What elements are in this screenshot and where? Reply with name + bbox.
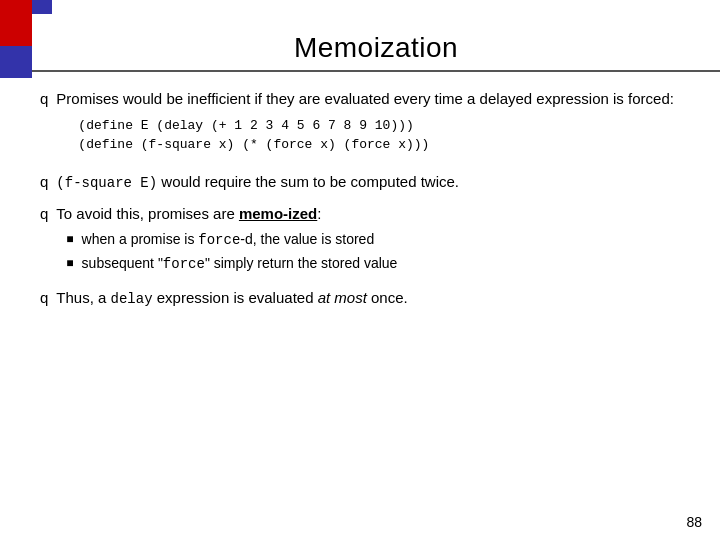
bullet-item-1: q Promises would be inefficient if they …: [40, 88, 696, 161]
top-bar-red: [0, 0, 32, 14]
memo-ized-text: memo-ized: [239, 205, 317, 222]
bullet-item-3: q To avoid this, promises are memo-ized:…: [40, 203, 696, 277]
sub-bullet-text-3-1: when a promise is force-d, the value is …: [82, 229, 375, 250]
page-number: 88: [686, 514, 702, 530]
bullet-icon-4: q: [40, 289, 48, 306]
bullet-text-1: Promises would be inefficient if they ar…: [56, 88, 696, 161]
code-block-1: (define E (delay (+ 1 2 3 4 5 6 7 8 9 10…: [78, 116, 696, 155]
inline-code-fsquare: (f-square E): [56, 175, 157, 191]
top-bar: [0, 0, 720, 14]
bullet-text-4: Thus, a delay expression is evaluated at…: [56, 287, 696, 309]
sub-bullet-3-1: ■ when a promise is force-d, the value i…: [66, 229, 696, 250]
sub-bullet-icon-3-2: ■: [66, 255, 73, 272]
inline-code-delay: delay: [111, 291, 153, 307]
sub-bullet-list-3: ■ when a promise is force-d, the value i…: [66, 229, 696, 275]
slide: Memoization q Promises would be ineffici…: [0, 0, 720, 540]
top-bar-blue: [32, 0, 52, 14]
inline-code-force-2: force: [163, 256, 205, 272]
bullet-item-2: q (f-square E) would require the sum to …: [40, 171, 696, 193]
sub-bullet-3-2: ■ subsequent "force" simply return the s…: [66, 253, 696, 274]
logo-area: [0, 14, 32, 78]
bullet-item-4: q Thus, a delay expression is evaluated …: [40, 287, 696, 309]
at-most-text: at most: [318, 289, 367, 306]
logo-square-blue: [0, 46, 32, 78]
bullet-icon-2: q: [40, 173, 48, 190]
sub-bullet-text-3-2: subsequent "force" simply return the sto…: [82, 253, 398, 274]
logo-square-red: [0, 14, 32, 46]
bullet-icon-3: q: [40, 205, 48, 222]
bullet-icon-1: q: [40, 90, 48, 107]
code-line-2: (define (f-square x) (* (force x) (force…: [78, 135, 696, 155]
bullet-text-3: To avoid this, promises are memo-ized: ■…: [56, 203, 696, 277]
content-area: q Promises would be inefficient if they …: [0, 72, 720, 540]
sub-bullet-icon-3-1: ■: [66, 231, 73, 248]
title-section: Memoization: [32, 14, 720, 72]
slide-title: Memoization: [294, 32, 458, 64]
code-line-1: (define E (delay (+ 1 2 3 4 5 6 7 8 9 10…: [78, 116, 696, 136]
bullet-text-2: (f-square E) would require the sum to be…: [56, 171, 696, 193]
inline-code-force-1: force: [198, 232, 240, 248]
